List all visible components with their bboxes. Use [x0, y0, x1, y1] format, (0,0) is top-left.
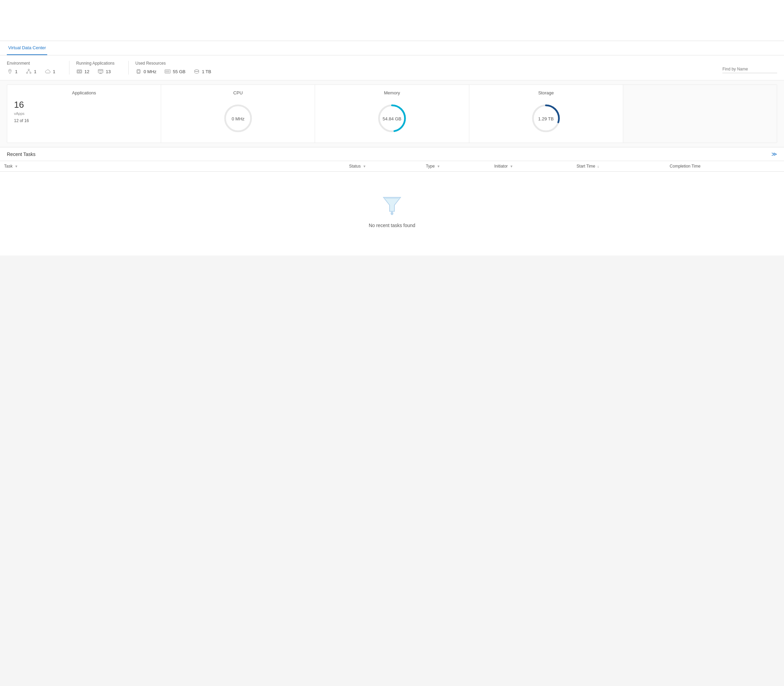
cpu-gauge-container: 0 MHz [168, 100, 308, 137]
location-count: 1 [15, 69, 18, 74]
initiator-filter-icon[interactable]: ▼ [510, 165, 513, 168]
tab-bar: Virtual Data Center [0, 41, 784, 56]
col-start-time: Start Time ↓ [573, 161, 666, 172]
col-initiator: Initiator ▼ [490, 161, 573, 172]
stat-cpu-res: 0 MHz [136, 69, 157, 75]
applications-secondary: 12 of 16 [14, 118, 154, 123]
stat-storage-res: 1 TB [194, 69, 211, 75]
svg-rect-21 [165, 70, 170, 73]
stat-vms: 13 [98, 69, 111, 75]
location-icon [7, 69, 13, 75]
stat-location: 1 [7, 69, 18, 75]
svg-rect-14 [137, 70, 140, 72]
memory-gauge-value: 54.84 GB [383, 116, 402, 121]
network-count: 1 [34, 69, 36, 74]
environment-label: Environment [7, 61, 56, 66]
network-icon [26, 69, 32, 75]
col-task: Task ▼ [0, 161, 345, 172]
applications-count: 16 [14, 100, 154, 110]
vapp-icon [76, 69, 82, 75]
tab-virtual-data-center[interactable]: Virtual Data Center [7, 41, 47, 55]
svg-line-3 [27, 70, 29, 72]
stats-section: Environment 1 [0, 56, 784, 80]
task-filter-icon[interactable]: ▼ [15, 165, 18, 168]
tasks-table: Task ▼ Status ▼ Type ▼ [0, 161, 784, 255]
used-resources-group: Used Resources [136, 61, 225, 75]
stat-network: 1 [26, 69, 36, 75]
storage-card: Storage 1.29 TB [469, 85, 623, 143]
cpu-gauge-value: 0 MHz [232, 116, 245, 121]
storage-res-icon [194, 69, 200, 75]
cloud-icon [44, 69, 51, 75]
find-by-name-input[interactable] [722, 65, 777, 73]
status-filter-icon[interactable]: ▼ [363, 165, 366, 168]
col-completion-time: Completion Time [666, 161, 784, 172]
col-type: Type ▼ [422, 161, 490, 172]
svg-point-1 [26, 72, 28, 74]
stat-vapps: 12 [76, 69, 89, 75]
memory-res-icon [165, 69, 171, 75]
memory-gauge-container: 54.84 GB [322, 100, 462, 137]
environment-group: Environment 1 [7, 61, 69, 75]
running-apps-group: Running Applications 12 [76, 61, 129, 75]
cpu-title: CPU [168, 90, 308, 95]
extra-card [623, 85, 777, 143]
storage-res-value: 1 TB [202, 69, 211, 74]
stat-cloud: 1 [44, 69, 55, 75]
used-resources-label: Used Resources [136, 61, 211, 66]
svg-point-26 [194, 70, 199, 72]
svg-rect-13 [137, 70, 140, 73]
cpu-res-icon [136, 69, 142, 75]
svg-line-4 [29, 70, 31, 72]
tasks-table-container: Task ▼ Status ▼ Type ▼ [0, 161, 784, 255]
col-status: Status ▼ [345, 161, 421, 172]
storage-gauge-container: 1.29 TB [476, 100, 616, 137]
applications-title: Applications [14, 90, 154, 95]
storage-gauge: 1.29 TB [529, 101, 563, 136]
empty-message: No recent tasks found [7, 223, 777, 228]
applications-card: Applications 16 vApps 12 of 16 [7, 85, 161, 143]
empty-state: No recent tasks found [0, 172, 784, 255]
cloud-count: 1 [53, 69, 55, 74]
metrics-row: Applications 16 vApps 12 of 16 CPU 0 MHz… [7, 85, 777, 143]
memory-res-value: 55 GB [173, 69, 185, 74]
vapps-count: 12 [85, 69, 89, 74]
svg-point-0 [28, 69, 29, 70]
svg-rect-12 [101, 70, 102, 71]
cpu-res-value: 0 MHz [144, 69, 157, 74]
cpu-card: CPU 0 MHz [161, 85, 315, 143]
cpu-gauge: 0 MHz [221, 101, 255, 136]
empty-state-row: No recent tasks found [0, 172, 784, 256]
memory-gauge: 54.84 GB [375, 101, 409, 136]
collapse-icon[interactable]: ≫ [771, 151, 777, 157]
storage-gauge-value: 1.29 TB [538, 116, 554, 121]
storage-title: Storage [476, 90, 616, 95]
empty-funnel-icon [7, 192, 777, 217]
vm-icon [98, 69, 104, 75]
svg-point-33 [390, 212, 394, 215]
svg-point-2 [30, 72, 31, 74]
type-filter-icon[interactable]: ▼ [437, 165, 440, 168]
recent-tasks-header: Recent Tasks ≫ [0, 147, 784, 161]
memory-card: Memory 54.84 GB [315, 85, 469, 143]
vms-count: 13 [106, 69, 111, 74]
applications-sub: vApps [14, 111, 154, 116]
svg-rect-7 [80, 70, 81, 72]
memory-title: Memory [322, 90, 462, 95]
recent-tasks-title: Recent Tasks [7, 152, 36, 157]
running-apps-label: Running Applications [76, 61, 114, 66]
start-time-sort-icon[interactable]: ↓ [597, 165, 599, 168]
stat-memory-res: 55 GB [165, 69, 185, 75]
svg-rect-11 [99, 70, 100, 71]
svg-rect-6 [78, 70, 79, 72]
